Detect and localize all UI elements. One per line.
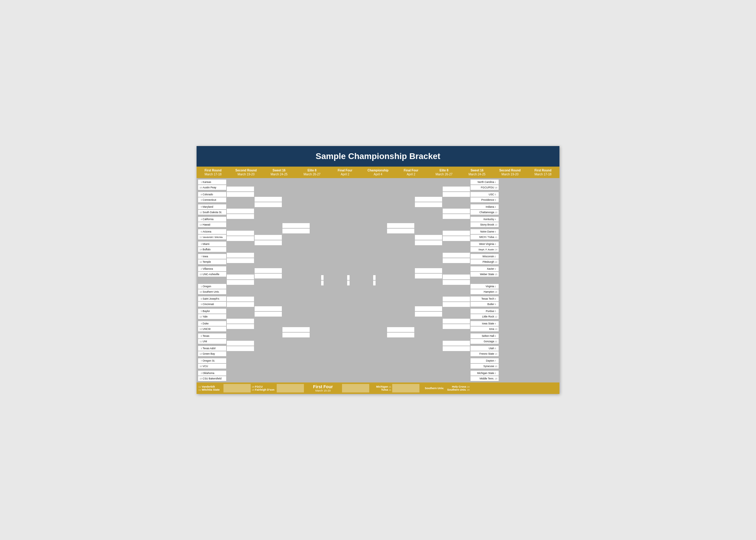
team-row xyxy=(415,274,442,278)
team-row: 12South Dakota St. xyxy=(198,210,226,215)
team-row: 11Vanderbilt / Witchita xyxy=(198,235,226,239)
team-row xyxy=(255,202,282,207)
team-row xyxy=(443,319,470,324)
team-row xyxy=(227,192,254,197)
game-rr1-2: USC5 Providence9 xyxy=(471,192,499,202)
game-lr3-3 xyxy=(255,268,282,278)
ff-right-teams-3: Holy Cross 16 Southern Univ. 16 xyxy=(445,385,470,391)
team-row: Little Rock12 xyxy=(471,314,499,319)
team-row: 14Buffalo xyxy=(198,247,226,252)
team-row: Pittsburgh10 xyxy=(471,259,499,264)
team-row xyxy=(227,236,254,241)
game-l3: 5Maryland 12South Dakota St. xyxy=(198,204,226,215)
team-row: Iona13 xyxy=(471,327,499,332)
game-rr2-2 xyxy=(443,208,470,219)
team-row: Michigan State2 xyxy=(471,371,499,375)
game-lr2-7 xyxy=(227,319,254,329)
game-l5: 6Arizona 11Vanderbilt / Witchita xyxy=(198,229,226,239)
ff-center-label: First Four March 15-20 xyxy=(305,384,341,392)
game-rr1-8: Xavier2 Weber State15 xyxy=(471,266,499,277)
team-row xyxy=(373,275,376,280)
team-row xyxy=(347,281,350,285)
team-row xyxy=(415,306,442,311)
ff-team-1: Vanderbilt xyxy=(202,385,215,388)
round-header-7: Final FourApril 2 xyxy=(395,167,428,178)
ff-seed-3: 16 xyxy=(251,385,254,388)
game-rr1-13: Selton Hall6 Gonzaga11 xyxy=(471,334,499,344)
ff-seed-9: 16 xyxy=(467,385,470,388)
team-row xyxy=(443,297,470,302)
team-row: 4Duke xyxy=(198,321,226,326)
ff-seed-2: 11 xyxy=(198,388,201,391)
ff-right-teams-2: Southern Univ. xyxy=(420,387,445,390)
game-lr2-2 xyxy=(227,208,254,219)
ff-left-teams-2: 16 FGCU 16 Fairleigh D'son xyxy=(251,385,276,391)
team-row xyxy=(227,208,254,213)
team-row xyxy=(227,231,254,235)
round-header-2: Second RoundMarch 19-20 xyxy=(229,167,262,178)
game-lff xyxy=(321,275,324,285)
round-header-3: Sweet 16March 24-25 xyxy=(262,167,295,178)
team-row: Chattanooga13 xyxy=(471,210,499,215)
left-r4 xyxy=(282,179,310,381)
ff-team-3: FGCU xyxy=(255,385,263,388)
team-row xyxy=(227,346,254,351)
game-rr1-15: Dayton7 Syracuse10 xyxy=(471,358,499,368)
ff-box-1 xyxy=(224,384,251,392)
game-rr1-5: Notre Dame6 MICH / Tulsa11 xyxy=(471,229,499,239)
ff-seed-10: 16 xyxy=(467,388,470,391)
team-row: 3Texas A&M xyxy=(198,346,226,351)
team-row: Indiana4 xyxy=(471,204,499,209)
team-row xyxy=(255,197,282,202)
round-header-8: Elite 8March 26-27 xyxy=(428,167,461,178)
team-row xyxy=(387,327,414,332)
ff-box-3 xyxy=(342,384,369,392)
game-l6: 3Miami 14Buffalo xyxy=(198,242,226,252)
round-headers: First RoundMarch 17-18 Second RoundMarch… xyxy=(197,167,559,178)
left-ff xyxy=(310,179,335,381)
team-row: 12Yale xyxy=(198,314,226,319)
team-row xyxy=(443,280,470,285)
team-row: 4California xyxy=(198,217,226,222)
game-l13: 6Texas 11UNI xyxy=(198,334,226,344)
game-l9: 1Oregon 16Southern Univ. xyxy=(198,284,226,294)
game-lr2-8 xyxy=(227,341,254,351)
game-lr2-6 xyxy=(227,297,254,307)
team-row: 6Texas xyxy=(198,334,226,338)
team-row: 10VCU xyxy=(198,364,226,368)
bracket-main: 1Kansas 16Austin Peay 8Colorado 9Connect… xyxy=(197,178,559,382)
ff-seed-5: 11 xyxy=(388,385,391,388)
team-row: Syracuse10 xyxy=(471,364,499,368)
game-rff xyxy=(373,275,376,285)
game-rr4-1 xyxy=(387,223,414,233)
team-row: 3Miami xyxy=(198,242,226,246)
game-rr1-4: Kentucky4 Stony Brook13 xyxy=(471,217,499,227)
team-row xyxy=(227,187,254,192)
team-row: Butler9 xyxy=(471,302,499,307)
game-lr2-3 xyxy=(227,231,254,241)
team-row xyxy=(227,319,254,324)
team-row: West Virginia3 xyxy=(471,242,499,246)
game-l2: 8Colorado 9Connecticut xyxy=(198,192,226,202)
ff-title: First Four xyxy=(305,384,341,389)
game-rr1-3: Indiana4 Chattanooga13 xyxy=(471,204,499,215)
ff-seed-6: 11 xyxy=(388,388,391,391)
team-row xyxy=(443,275,470,279)
team-row xyxy=(387,223,414,228)
team-row xyxy=(415,268,442,273)
team-row: 8Colorado xyxy=(198,192,226,197)
team-row xyxy=(443,231,470,235)
game-l1: 1Kansas 16Austin Peay xyxy=(198,180,226,190)
game-l7: 7Iowa 10Temple xyxy=(198,254,226,264)
right-ff xyxy=(362,179,387,381)
team-row: Notre Dame6 xyxy=(471,229,499,234)
game-lr3-4 xyxy=(255,306,282,317)
ff-team-7: Southern Univ. xyxy=(425,387,444,390)
center-champ xyxy=(335,179,362,381)
team-row: Stony Brook13 xyxy=(471,222,499,227)
team-row xyxy=(443,214,470,219)
team-row: 15CSU Bakersfield xyxy=(198,376,226,381)
team-row xyxy=(387,333,414,338)
game-rr1-1: North Carolina1 FGCU/FDU16 xyxy=(471,180,499,190)
team-row xyxy=(227,297,254,302)
